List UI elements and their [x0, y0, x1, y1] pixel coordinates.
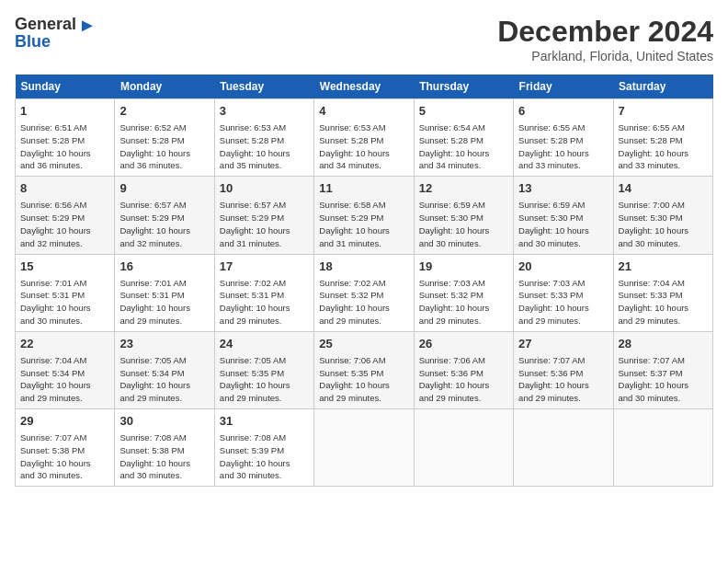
day-info: Sunrise: 7:00 AM Sunset: 5:30 PM Dayligh…	[619, 199, 708, 249]
logo-text-general: General	[15, 16, 76, 34]
day-number: 22	[20, 336, 109, 352]
day-info: Sunrise: 7:04 AM Sunset: 5:34 PM Dayligh…	[20, 354, 109, 405]
day-number: 15	[20, 259, 109, 275]
day-info: Sunrise: 6:58 AM Sunset: 5:29 PM Dayligh…	[319, 199, 408, 249]
day-info: Sunrise: 7:03 AM Sunset: 5:33 PM Dayligh…	[518, 277, 608, 327]
day-info: Sunrise: 7:02 AM Sunset: 5:31 PM Dayligh…	[220, 277, 309, 327]
calendar-cell: 23Sunrise: 7:05 AM Sunset: 5:34 PM Dayli…	[115, 331, 214, 408]
calendar-cell: 8Sunrise: 6:56 AM Sunset: 5:29 PM Daylig…	[16, 177, 115, 254]
calendar-cell	[314, 409, 414, 487]
day-info: Sunrise: 7:07 AM Sunset: 5:38 PM Dayligh…	[20, 431, 109, 482]
calendar-cell: 4Sunrise: 6:53 AM Sunset: 5:28 PM Daylig…	[314, 99, 414, 177]
day-number: 31	[220, 413, 309, 430]
day-number: 26	[419, 336, 508, 352]
calendar-cell: 18Sunrise: 7:02 AM Sunset: 5:32 PM Dayli…	[314, 254, 414, 331]
calendar-table: SundayMondayTuesdayWednesdayThursdayFrid…	[15, 75, 713, 487]
day-info: Sunrise: 7:07 AM Sunset: 5:36 PM Dayligh…	[518, 354, 608, 405]
calendar-week-row: 15Sunrise: 7:01 AM Sunset: 5:31 PM Dayli…	[16, 254, 713, 331]
day-number: 24	[220, 336, 309, 352]
day-info: Sunrise: 7:05 AM Sunset: 5:34 PM Dayligh…	[119, 354, 209, 405]
calendar-cell: 7Sunrise: 6:55 AM Sunset: 5:28 PM Daylig…	[613, 99, 712, 177]
day-info: Sunrise: 6:56 AM Sunset: 5:29 PM Dayligh…	[20, 199, 109, 249]
day-number: 23	[119, 336, 209, 352]
logo-bird-icon: ►	[78, 15, 97, 35]
day-info: Sunrise: 7:07 AM Sunset: 5:37 PM Dayligh…	[619, 354, 708, 405]
calendar-cell: 16Sunrise: 7:01 AM Sunset: 5:31 PM Dayli…	[115, 254, 214, 331]
logo: General ► Blue	[15, 15, 97, 52]
calendar-cell: 25Sunrise: 7:06 AM Sunset: 5:35 PM Dayli…	[314, 331, 414, 408]
header-friday: Friday	[514, 75, 613, 99]
day-number: 4	[319, 103, 408, 120]
day-number: 11	[319, 180, 408, 197]
day-info: Sunrise: 6:54 AM Sunset: 5:28 PM Dayligh…	[419, 121, 508, 172]
day-info: Sunrise: 6:51 AM Sunset: 5:28 PM Dayligh…	[20, 121, 109, 172]
header-monday: Monday	[115, 75, 214, 99]
day-number: 16	[119, 259, 209, 275]
calendar-cell: 22Sunrise: 7:04 AM Sunset: 5:34 PM Dayli…	[16, 331, 115, 408]
page-header: General ► Blue December 2024 Parkland, F…	[15, 15, 713, 63]
calendar-cell: 24Sunrise: 7:05 AM Sunset: 5:35 PM Dayli…	[214, 331, 313, 408]
calendar-cell	[414, 409, 513, 487]
calendar-cell	[613, 409, 712, 487]
calendar-cell: 11Sunrise: 6:58 AM Sunset: 5:29 PM Dayli…	[314, 177, 414, 254]
calendar-cell: 15Sunrise: 7:01 AM Sunset: 5:31 PM Dayli…	[16, 254, 115, 331]
day-info: Sunrise: 7:04 AM Sunset: 5:33 PM Dayligh…	[619, 277, 708, 327]
day-info: Sunrise: 6:53 AM Sunset: 5:28 PM Dayligh…	[220, 121, 309, 172]
calendar-cell: 29Sunrise: 7:07 AM Sunset: 5:38 PM Dayli…	[16, 409, 115, 487]
header-wednesday: Wednesday	[314, 75, 414, 99]
calendar-cell: 10Sunrise: 6:57 AM Sunset: 5:29 PM Dayli…	[214, 177, 313, 254]
calendar-cell: 30Sunrise: 7:08 AM Sunset: 5:38 PM Dayli…	[115, 409, 214, 487]
day-info: Sunrise: 7:06 AM Sunset: 5:36 PM Dayligh…	[419, 354, 508, 405]
day-info: Sunrise: 6:59 AM Sunset: 5:30 PM Dayligh…	[518, 199, 608, 249]
day-number: 7	[619, 103, 708, 120]
calendar-cell: 31Sunrise: 7:08 AM Sunset: 5:39 PM Dayli…	[214, 409, 313, 487]
header-saturday: Saturday	[613, 75, 712, 99]
day-number: 8	[20, 180, 109, 197]
calendar-cell: 20Sunrise: 7:03 AM Sunset: 5:33 PM Dayli…	[514, 254, 613, 331]
day-number: 21	[619, 259, 708, 275]
calendar-cell: 14Sunrise: 7:00 AM Sunset: 5:30 PM Dayli…	[613, 177, 712, 254]
calendar-week-row: 1Sunrise: 6:51 AM Sunset: 5:28 PM Daylig…	[16, 99, 713, 177]
calendar-week-row: 29Sunrise: 7:07 AM Sunset: 5:38 PM Dayli…	[16, 409, 713, 487]
day-number: 6	[518, 103, 608, 120]
calendar-cell: 26Sunrise: 7:06 AM Sunset: 5:36 PM Dayli…	[414, 331, 513, 408]
day-number: 25	[319, 336, 408, 352]
calendar-cell: 9Sunrise: 6:57 AM Sunset: 5:29 PM Daylig…	[115, 177, 214, 254]
day-info: Sunrise: 6:59 AM Sunset: 5:30 PM Dayligh…	[419, 199, 508, 249]
day-info: Sunrise: 7:03 AM Sunset: 5:32 PM Dayligh…	[419, 277, 508, 327]
day-info: Sunrise: 7:08 AM Sunset: 5:39 PM Dayligh…	[220, 431, 309, 482]
title-section: December 2024 Parkland, Florida, United …	[497, 15, 713, 63]
day-number: 13	[518, 180, 608, 197]
calendar-week-row: 8Sunrise: 6:56 AM Sunset: 5:29 PM Daylig…	[16, 177, 713, 254]
day-number: 10	[220, 180, 309, 197]
calendar-cell: 17Sunrise: 7:02 AM Sunset: 5:31 PM Dayli…	[214, 254, 313, 331]
day-number: 20	[518, 259, 608, 275]
day-number: 30	[119, 413, 209, 430]
calendar-cell: 3Sunrise: 6:53 AM Sunset: 5:28 PM Daylig…	[214, 99, 313, 177]
day-info: Sunrise: 6:57 AM Sunset: 5:29 PM Dayligh…	[119, 199, 209, 249]
calendar-header-row: SundayMondayTuesdayWednesdayThursdayFrid…	[16, 75, 713, 99]
day-info: Sunrise: 6:55 AM Sunset: 5:28 PM Dayligh…	[619, 121, 708, 172]
calendar-cell: 1Sunrise: 6:51 AM Sunset: 5:28 PM Daylig…	[16, 99, 115, 177]
day-info: Sunrise: 6:57 AM Sunset: 5:29 PM Dayligh…	[220, 199, 309, 249]
day-number: 2	[119, 103, 209, 120]
calendar-cell: 19Sunrise: 7:03 AM Sunset: 5:32 PM Dayli…	[414, 254, 513, 331]
day-number: 28	[619, 336, 708, 352]
day-number: 14	[619, 180, 708, 197]
day-number: 29	[20, 413, 109, 430]
calendar-cell: 6Sunrise: 6:55 AM Sunset: 5:28 PM Daylig…	[514, 99, 613, 177]
day-number: 5	[419, 103, 508, 120]
header-tuesday: Tuesday	[214, 75, 313, 99]
day-info: Sunrise: 7:02 AM Sunset: 5:32 PM Dayligh…	[319, 277, 408, 327]
day-number: 19	[419, 259, 508, 275]
day-info: Sunrise: 7:01 AM Sunset: 5:31 PM Dayligh…	[20, 277, 109, 327]
day-number: 18	[319, 259, 408, 275]
calendar-cell: 2Sunrise: 6:52 AM Sunset: 5:28 PM Daylig…	[115, 99, 214, 177]
day-info: Sunrise: 7:05 AM Sunset: 5:35 PM Dayligh…	[220, 354, 309, 405]
day-number: 17	[220, 259, 309, 275]
day-info: Sunrise: 6:52 AM Sunset: 5:28 PM Dayligh…	[119, 121, 209, 172]
day-number: 1	[20, 103, 109, 120]
calendar-week-row: 22Sunrise: 7:04 AM Sunset: 5:34 PM Dayli…	[16, 331, 713, 408]
day-info: Sunrise: 7:08 AM Sunset: 5:38 PM Dayligh…	[119, 431, 209, 482]
calendar-cell: 5Sunrise: 6:54 AM Sunset: 5:28 PM Daylig…	[414, 99, 513, 177]
